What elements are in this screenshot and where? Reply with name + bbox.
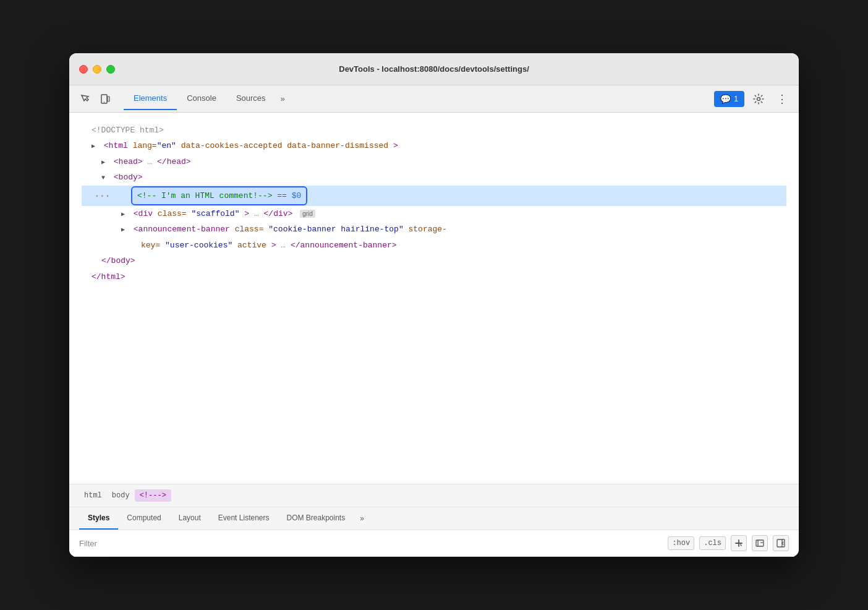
head-line[interactable]: ▶ <head> … </head> [82, 154, 786, 170]
breadcrumb-comment[interactable]: <!---> [135, 489, 171, 502]
bottom-tabs-more-button[interactable]: » [355, 509, 369, 528]
dots-icon: ··· [94, 187, 110, 205]
devtools-window: DevTools - localhost:8080/docs/devtools/… [69, 53, 799, 557]
tab-styles[interactable]: Styles [79, 507, 118, 530]
svg-point-3 [757, 97, 760, 100]
window-title: DevTools - localhost:8080/docs/devtools/… [339, 64, 529, 74]
doctype-text: <!DOCTYPE html> [91, 126, 164, 135]
announcement-banner-line-2[interactable]: key= "user-cookies" active > … </announc… [82, 238, 786, 253]
elements-panel: <!DOCTYPE html> ▶ <html lang="en" data-c… [69, 113, 799, 484]
cls-button[interactable]: .cls [699, 536, 726, 550]
add-style-rule-button[interactable] [731, 535, 747, 551]
close-button[interactable] [79, 65, 88, 74]
comment-line[interactable]: ··· <!-- I'm an HTML comment!--> == $0 [82, 186, 786, 206]
issues-badge-button[interactable]: 💬 1 [714, 91, 744, 107]
more-options-button[interactable]: ⋮ [773, 90, 791, 108]
issues-icon: 💬 [720, 94, 731, 104]
issues-count: 1 [734, 95, 738, 103]
grid-badge: grid [300, 210, 315, 218]
device-toggle-button[interactable] [96, 90, 114, 108]
tab-layout[interactable]: Layout [170, 507, 210, 530]
inspect-element-button[interactable] [77, 90, 94, 108]
devtools-toolbar: Elements Console Sources » 💬 1 ⋮ [69, 85, 799, 113]
triangle-right-icon[interactable]: ▶ [91, 141, 99, 152]
triangle-right-icon[interactable]: ▶ [101, 157, 109, 168]
html-comment-highlight: <!-- I'm an HTML comment!--> == $0 [131, 186, 307, 205]
bottom-panel-tabs: Styles Computed Layout Event Listeners D… [69, 507, 799, 530]
svg-rect-1 [108, 97, 109, 101]
html-close-line: </html> [82, 269, 786, 285]
svg-point-2 [104, 101, 105, 103]
tab-elements[interactable]: Elements [124, 87, 177, 110]
div-scaffold-line[interactable]: ▶ <div class= "scaffold" > … </div> grid [82, 206, 786, 221]
maximize-button[interactable] [106, 65, 115, 74]
toolbar-right: 💬 1 ⋮ [714, 90, 791, 108]
filter-placeholder[interactable]: Filter [79, 539, 668, 548]
tab-console[interactable]: Console [177, 87, 226, 110]
settings-button[interactable] [749, 90, 768, 108]
tab-dom-breakpoints[interactable]: DOM Breakpoints [278, 507, 354, 530]
triangle-down-icon[interactable]: ▼ [101, 173, 109, 184]
tabs-more-button[interactable]: » [276, 89, 290, 108]
dollar-zero-indicator: $0 [292, 191, 302, 200]
filter-bar: Filter :hov .cls [69, 530, 799, 557]
titlebar: DevTools - localhost:8080/docs/devtools/… [69, 53, 799, 85]
tab-sources[interactable]: Sources [226, 87, 276, 110]
svg-rect-4 [756, 540, 764, 546]
doctype-line: <!DOCTYPE html> [82, 122, 786, 138]
body-open-line[interactable]: ▼ <body> [82, 170, 786, 185]
tab-event-listeners[interactable]: Event Listeners [210, 507, 278, 530]
toolbar-icon-group [77, 90, 114, 108]
announcement-banner-line[interactable]: ▶ <announcement-banner class= "cookie-ba… [82, 221, 786, 237]
triangle-right-icon[interactable]: ▶ [121, 225, 129, 236]
toggle-sidebar-button[interactable] [773, 535, 789, 551]
minimize-button[interactable] [93, 65, 101, 74]
main-tabs: Elements Console Sources » [124, 87, 709, 110]
breadcrumb-bar: html body <!---> [69, 484, 799, 507]
breadcrumb-body[interactable]: body [107, 489, 135, 502]
traffic-lights [79, 65, 115, 74]
triangle-right-icon[interactable]: ▶ [121, 209, 129, 220]
filter-controls: :hov .cls [668, 535, 789, 551]
tab-computed[interactable]: Computed [118, 507, 169, 530]
svg-rect-7 [777, 539, 785, 547]
breadcrumb-html[interactable]: html [79, 489, 107, 502]
hov-button[interactable]: :hov [668, 536, 694, 550]
style-settings-button[interactable] [752, 535, 768, 551]
comment-text: <!-- I'm an HTML comment!--> [137, 191, 272, 200]
body-close-line: </body> [82, 253, 786, 268]
html-open-line[interactable]: ▶ <html lang="en" data-cookies-accepted … [82, 138, 786, 153]
